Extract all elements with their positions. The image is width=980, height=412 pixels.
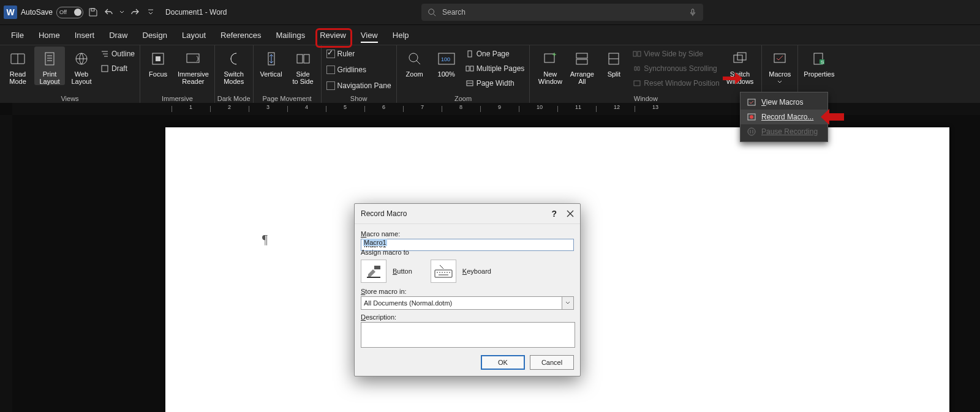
svg-rect-20 [545,54,554,62]
record-macro-label: Record Macro... [761,113,813,121]
sync-scrolling-button: Synchronous Scrolling [630,61,722,76]
store-macro-select[interactable]: All Documents (Normal.dotm) [361,296,574,310]
svg-point-13 [409,53,418,62]
svg-point-35 [750,115,753,119]
multiple-pages-label: Multiple Pages [477,64,525,73]
gridlines-label: Gridlines [337,66,366,74]
cancel-button[interactable]: Cancel [530,355,574,370]
svg-text:S: S [821,59,824,65]
view-side-by-side-button: View Side by Side [630,47,722,61]
hammer-icon [361,260,386,283]
one-page-label: One Page [477,50,510,58]
immersive-reader-label: ImmersiveReader [178,70,209,85]
arrange-all-button[interactable]: ArrangeAll [567,47,597,85]
assign-button-label: B [393,268,397,275]
zoom-100-button[interactable]: 100 100% [431,47,462,78]
redo-icon[interactable] [129,6,141,18]
word-app-icon: W [4,6,17,19]
web-layout-button[interactable]: WebLayout [66,47,97,85]
svg-rect-33 [748,99,755,105]
outline-label: Outline [111,50,135,58]
svg-point-1 [429,9,434,15]
view-macros-item[interactable]: View Macros [741,95,827,110]
search-placeholder: Search [442,8,466,17]
document-title: Document1 - Word [165,8,227,17]
tab-file[interactable]: File [4,28,31,43]
save-icon[interactable] [87,6,99,18]
tab-insert[interactable]: Insert [67,28,102,43]
switch-modes-button[interactable]: SwitchModes [219,47,249,85]
description-label: Description: [361,313,574,321]
tab-mailings[interactable]: Mailings [269,28,313,43]
tab-draw[interactable]: Draw [102,28,135,43]
immersive-reader-button[interactable]: ImmersiveReader [175,47,212,85]
ruler-checkbox[interactable]: Ruler [324,47,358,61]
paragraph-mark-icon: ¶ [262,233,268,247]
tab-home[interactable]: Home [31,28,67,43]
side-to-side-button[interactable]: Sideto Side [288,47,318,85]
split-button[interactable]: Split [598,47,629,78]
svg-rect-12 [304,54,309,63]
mic-icon[interactable] [688,8,697,17]
svg-rect-2 [692,9,694,13]
record-macro-item[interactable]: Record Macro... [741,110,827,124]
svg-rect-29 [774,54,785,62]
macros-dropdown: View Macros Record Macro... Pause Record… [740,92,828,142]
one-page-button[interactable]: One Page [463,47,527,61]
assign-keyboard-label: K [462,268,467,275]
draft-label: Draft [111,64,127,73]
zoom-label: Zoom [406,70,423,78]
qat-dropdown-icon[interactable] [145,6,157,18]
svg-rect-4 [45,53,54,65]
ok-button[interactable]: OK [481,355,525,370]
zoom-button[interactable]: Zoom [399,47,430,78]
print-layout-button[interactable]: PrintLayout [34,47,65,85]
svg-rect-6 [102,66,108,72]
tab-help[interactable]: Help [385,28,417,43]
reset-window-label: Reset Window Position [644,79,719,88]
description-input[interactable] [361,322,575,348]
dialog-help-button[interactable]: ? [551,209,557,219]
tab-references[interactable]: References [213,28,268,43]
side-to-side-label: Sideto Side [292,70,313,85]
focus-button[interactable]: Focus [143,47,173,78]
outline-button[interactable]: Outline [98,47,137,61]
gridlines-checkbox[interactable]: Gridlines [324,62,369,77]
assign-button-option[interactable]: Button [361,260,412,283]
record-macro-dialog: Record Macro ? Macro name: Macro1 Assign… [354,203,581,376]
svg-rect-18 [470,66,473,71]
search-input[interactable]: Search [421,4,703,21]
properties-button[interactable]: S Properties [801,47,837,78]
svg-rect-16 [468,51,472,57]
view-macros-label: iew Macros [766,98,804,107]
store-macro-value: All Documents (Normal.dotm) [361,296,562,310]
sync-scrolling-label: Synchronous Scrolling [644,64,717,73]
tab-view[interactable]: View [353,28,385,43]
undo-dropdown-icon[interactable] [119,6,125,18]
store-macro-label: Store macro in: [361,288,574,295]
chevron-down-icon[interactable] [562,296,574,310]
new-window-button[interactable]: NewWindow [535,47,565,85]
multiple-pages-button[interactable]: Multiple Pages [463,61,527,76]
navpane-checkbox[interactable]: Navigation Pane [324,78,394,93]
svg-rect-17 [466,66,469,71]
vertical-button[interactable]: Vertical [256,47,287,78]
vertical-ruler[interactable] [0,115,12,412]
draft-button[interactable]: Draft [98,61,137,76]
toggle-knob [74,9,81,16]
print-layout-label: PrintLayout [39,70,59,85]
tab-design[interactable]: Design [135,28,175,43]
svg-point-36 [748,128,755,135]
read-mode-button[interactable]: ReadMode [2,47,33,85]
macros-button[interactable]: Macros [764,47,795,85]
dialog-close-button[interactable] [567,210,574,217]
tab-layout[interactable]: Layout [175,28,213,43]
undo-icon[interactable] [103,6,115,18]
dialog-title: Record Macro [361,209,407,218]
new-window-label: NewWindow [538,70,562,85]
assign-keyboard-option[interactable]: Keyboard [431,260,491,283]
autosave-toggle[interactable]: Off [56,7,83,18]
vertical-label: Vertical [260,70,282,78]
svg-rect-26 [634,81,640,86]
page-width-button[interactable]: Page Width [463,76,527,91]
